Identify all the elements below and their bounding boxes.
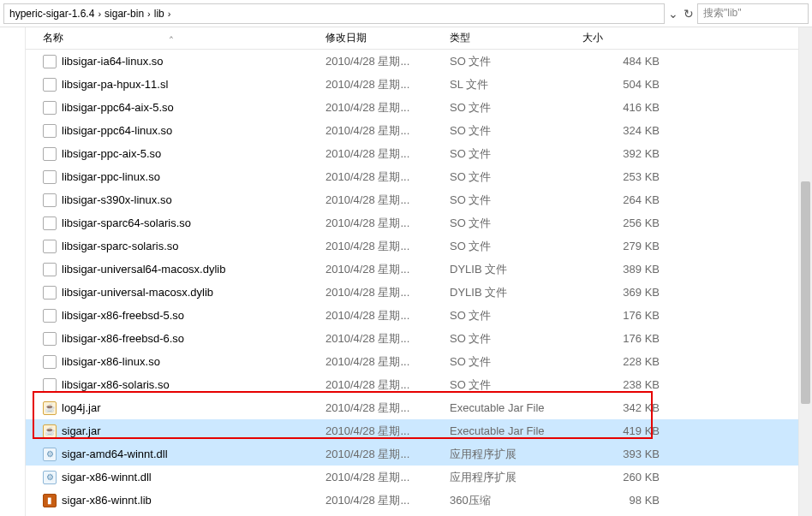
scrollbar-thumb[interactable] <box>801 181 810 404</box>
column-header[interactable]: 名称^ 修改日期 类型 大小 <box>26 27 812 50</box>
breadcrumb-segment[interactable]: sigar-bin <box>104 8 144 20</box>
file-row[interactable]: libsigar-ppc-aix-5.so2010/4/28 星期...SO 文… <box>26 142 812 165</box>
file-type: SO 文件 <box>450 377 582 393</box>
file-name: libsigar-sparc-solaris.so <box>62 240 179 252</box>
file-date: 2010/4/28 星期... <box>325 354 450 370</box>
file-row[interactable]: libsigar-s390x-linux.so2010/4/28 星期...SO… <box>26 188 812 211</box>
file-type: SO 文件 <box>450 354 582 370</box>
file-row[interactable]: libsigar-x86-linux.so2010/4/28 星期...SO 文… <box>26 350 812 373</box>
file-name: libsigar-s390x-linux.so <box>62 193 172 206</box>
file-size: 416 KB <box>582 101 660 114</box>
file-name: libsigar-x86-linux.so <box>62 355 160 368</box>
col-name-label[interactable]: 名称 <box>43 31 63 45</box>
breadcrumb-segment[interactable]: hyperic-sigar-1.6.4 <box>9 8 94 20</box>
file-date: 2010/4/28 星期... <box>325 447 450 462</box>
vertical-scrollbar[interactable] <box>798 27 812 516</box>
file-row[interactable]: ▮sigar-x86-winnt.lib2010/4/28 星期...360压缩… <box>26 489 812 512</box>
file-size: 253 KB <box>582 170 660 183</box>
file-date: 2010/4/28 星期... <box>325 493 450 508</box>
file-row[interactable]: libsigar-x86-freebsd-5.so2010/4/28 星期...… <box>26 304 812 327</box>
file-name: libsigar-universal64-macosx.dylib <box>62 263 225 276</box>
file-type: SO 文件 <box>450 123 582 139</box>
file-type: SO 文件 <box>450 146 582 162</box>
dll-icon: ⚙ <box>43 471 57 484</box>
file-date: 2010/4/28 星期... <box>325 285 450 300</box>
file-name: sigar-x86-winnt.dll <box>62 471 152 483</box>
file-row[interactable]: ☕log4j.jar2010/4/28 星期...Executable Jar … <box>26 396 812 419</box>
file-date: 2010/4/28 星期... <box>325 100 450 116</box>
search-placeholder: 搜索"lib" <box>703 6 742 21</box>
file-icon <box>43 286 57 300</box>
file-icon <box>43 216 57 230</box>
file-icon <box>43 147 57 161</box>
file-date: 2010/4/28 星期... <box>325 331 450 347</box>
file-row[interactable]: libsigar-universal64-macosx.dylib2010/4/… <box>26 258 812 281</box>
file-name: log4j.jar <box>62 401 101 414</box>
file-size: 393 KB <box>582 448 660 460</box>
file-size: 238 KB <box>582 378 660 391</box>
file-size: 279 KB <box>582 240 660 252</box>
file-size: 260 KB <box>582 471 660 483</box>
file-type: 360压缩 <box>450 493 582 508</box>
file-type: SO 文件 <box>450 216 582 231</box>
file-type: SO 文件 <box>450 331 582 347</box>
file-icon <box>43 55 57 68</box>
jar-icon: ☕ <box>43 401 57 415</box>
file-type: DYLIB 文件 <box>450 285 582 300</box>
file-name: libsigar-sparc64-solaris.so <box>62 216 191 229</box>
file-type: SL 文件 <box>450 77 582 92</box>
file-row[interactable]: libsigar-sparc-solaris.so2010/4/28 星期...… <box>26 234 812 258</box>
file-name: libsigar-ia64-linux.so <box>62 55 164 68</box>
file-date: 2010/4/28 星期... <box>325 424 450 439</box>
jar-icon: ☕ <box>43 424 57 438</box>
file-row[interactable]: libsigar-universal-macosx.dylib2010/4/28… <box>26 281 812 304</box>
header-icons: ⌄ ↻ <box>668 7 694 21</box>
col-type-label[interactable]: 类型 <box>450 31 582 45</box>
file-row[interactable]: ⚙sigar-amd64-winnt.dll2010/4/28 星期...应用程… <box>26 442 812 466</box>
file-type: SO 文件 <box>450 193 582 208</box>
dropdown-icon[interactable]: ⌄ <box>668 7 678 21</box>
file-size: 389 KB <box>582 263 660 276</box>
file-type: 应用程序扩展 <box>450 447 582 462</box>
dll-icon: ⚙ <box>43 448 57 461</box>
file-date: 2010/4/28 星期... <box>325 400 450 416</box>
nav-pane[interactable] <box>0 27 26 516</box>
file-row[interactable]: ☕sigar.jar2010/4/28 星期...Executable Jar … <box>26 419 812 442</box>
file-type: SO 文件 <box>450 100 582 116</box>
file-row[interactable]: libsigar-x86-solaris.so2010/4/28 星期...SO… <box>26 373 812 396</box>
exe2-icon: ▮ <box>43 494 57 507</box>
file-date: 2010/4/28 星期... <box>325 123 450 139</box>
file-row[interactable]: libsigar-x86-freebsd-6.so2010/4/28 星期...… <box>26 327 812 350</box>
file-name: libsigar-universal-macosx.dylib <box>62 286 213 299</box>
file-row[interactable]: libsigar-pa-hpux-11.sl2010/4/28 星期...SL … <box>26 73 812 96</box>
file-date: 2010/4/28 星期... <box>325 377 450 393</box>
file-row[interactable]: libsigar-ia64-linux.so2010/4/28 星期...SO … <box>26 50 812 73</box>
file-size: 342 KB <box>582 401 660 414</box>
chevron-right-icon: › <box>147 9 151 19</box>
file-name: libsigar-ppc64-aix-5.so <box>62 101 174 114</box>
search-input[interactable]: 搜索"lib" <box>697 3 809 24</box>
file-size: 98 KB <box>582 494 660 507</box>
col-date-label[interactable]: 修改日期 <box>325 31 450 45</box>
file-row[interactable]: libsigar-ppc-linux.so2010/4/28 星期...SO 文… <box>26 165 812 188</box>
file-row[interactable]: libsigar-ppc64-aix-5.so2010/4/28 星期...SO… <box>26 96 812 119</box>
file-type: Executable Jar File <box>450 424 582 437</box>
refresh-icon[interactable]: ↻ <box>684 7 694 21</box>
breadcrumb-segment[interactable]: lib <box>154 8 164 20</box>
body-area: 名称^ 修改日期 类型 大小 libsigar-ia64-linux.so201… <box>0 27 812 516</box>
file-row[interactable]: libsigar-ppc64-linux.so2010/4/28 星期...SO… <box>26 119 812 142</box>
file-date: 2010/4/28 星期... <box>325 193 450 208</box>
file-type: DYLIB 文件 <box>450 262 582 277</box>
sort-arrow-icon: ^ <box>170 34 173 42</box>
file-icon <box>43 263 57 276</box>
file-type: SO 文件 <box>450 308 582 323</box>
file-row[interactable]: libsigar-sparc64-solaris.so2010/4/28 星期.… <box>26 211 812 234</box>
file-name: libsigar-x86-freebsd-5.so <box>62 309 184 322</box>
file-size: 324 KB <box>582 124 660 137</box>
col-size-label[interactable]: 大小 <box>582 31 660 45</box>
file-size: 392 KB <box>582 147 660 160</box>
file-name: libsigar-x86-freebsd-6.so <box>62 332 184 345</box>
file-row[interactable]: ⚙sigar-x86-winnt.dll2010/4/28 星期...应用程序扩… <box>26 466 812 489</box>
breadcrumb[interactable]: hyperic-sigar-1.6.4›sigar-bin›lib› <box>3 3 665 24</box>
file-size: 264 KB <box>582 193 660 206</box>
